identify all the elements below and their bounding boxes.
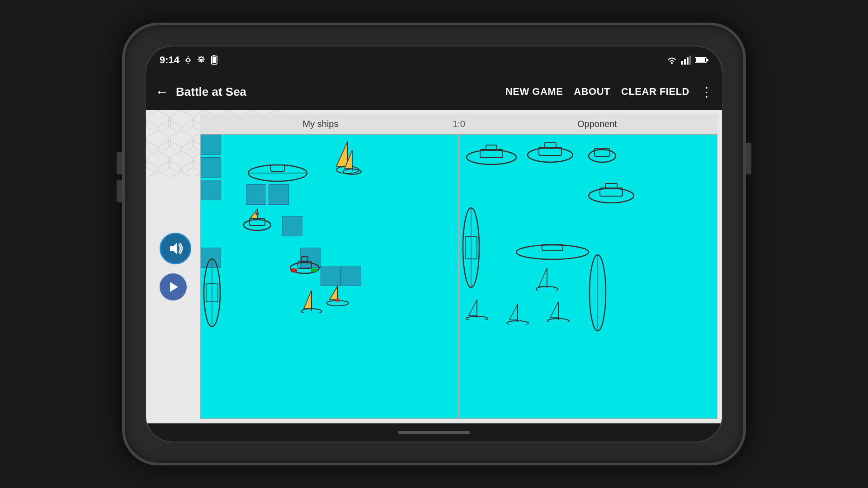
board-header: My ships 1:0 Opponent bbox=[200, 114, 717, 134]
svg-rect-20 bbox=[271, 165, 284, 171]
volume-buttons bbox=[117, 152, 122, 202]
opp-ship-3 bbox=[586, 180, 636, 205]
opponent-board[interactable] bbox=[459, 134, 717, 419]
sound-button[interactable] bbox=[160, 233, 191, 264]
ship-submarine-1 bbox=[246, 157, 309, 184]
hit-marker bbox=[341, 266, 361, 286]
my-ships-label: My ships bbox=[200, 119, 441, 129]
screen-content: 9:14 bbox=[146, 47, 722, 441]
svg-marker-25 bbox=[344, 150, 352, 169]
svg-rect-6 bbox=[681, 61, 683, 65]
left-controls bbox=[160, 233, 191, 300]
ship-sailboat-2 bbox=[341, 148, 363, 175]
svg-marker-75 bbox=[550, 302, 558, 318]
opp-ship-vertical bbox=[460, 205, 482, 291]
svg-rect-7 bbox=[684, 59, 686, 65]
hit-marker bbox=[201, 135, 221, 155]
hit-marker bbox=[201, 157, 221, 178]
opp-sailboat-3 bbox=[505, 302, 530, 324]
app-title: Battle at Sea bbox=[176, 85, 246, 99]
boards-container bbox=[200, 134, 717, 419]
svg-rect-8 bbox=[687, 57, 689, 65]
power-button[interactable] bbox=[746, 143, 751, 174]
svg-rect-3 bbox=[212, 57, 216, 63]
phone-device: 9:14 bbox=[122, 23, 746, 465]
bottom-bar bbox=[146, 423, 722, 441]
svg-rect-9 bbox=[689, 56, 691, 65]
signal-icon bbox=[681, 56, 691, 65]
hit-marker bbox=[246, 184, 266, 205]
svg-marker-64 bbox=[539, 268, 547, 286]
settings-status-icon bbox=[197, 56, 206, 65]
svg-marker-69 bbox=[469, 300, 477, 315]
status-time: 9:14 bbox=[160, 54, 218, 66]
hit-marker bbox=[201, 180, 221, 200]
opp-sailboat-2 bbox=[464, 297, 489, 320]
svg-point-40 bbox=[255, 212, 259, 216]
new-game-button[interactable]: NEW GAME bbox=[505, 86, 563, 98]
clear-field-button[interactable]: CLEAR FIELD bbox=[621, 86, 689, 98]
my-ships-board[interactable] bbox=[200, 134, 458, 419]
vol-up-button[interactable] bbox=[117, 152, 122, 174]
app-bar-actions: NEW GAME ABOUT CLEAR FIELD ⋮ bbox=[505, 84, 713, 99]
svg-rect-11 bbox=[696, 58, 705, 62]
ship-sailboat-3 bbox=[300, 288, 323, 313]
play-button[interactable] bbox=[160, 273, 187, 300]
score-display: 1:0 bbox=[441, 119, 477, 129]
app-bar: ← Battle at Sea NEW GAME ABOUT CLEAR FIE… bbox=[146, 74, 722, 110]
opp-submarine bbox=[514, 236, 591, 261]
opp-ship-small-1 bbox=[586, 141, 618, 164]
time-display: 9:14 bbox=[160, 54, 179, 66]
svg-marker-44 bbox=[330, 286, 338, 300]
svg-marker-18 bbox=[170, 282, 178, 292]
status-icons-right bbox=[666, 56, 708, 65]
wifi-icon bbox=[666, 56, 678, 65]
svg-rect-12 bbox=[707, 59, 708, 61]
opponent-label: Opponent bbox=[477, 119, 717, 129]
svg-marker-17 bbox=[170, 243, 177, 254]
svg-rect-31 bbox=[291, 269, 297, 272]
data-icon bbox=[184, 55, 192, 65]
about-button[interactable]: ABOUT bbox=[574, 86, 610, 98]
vol-down-button[interactable] bbox=[117, 180, 122, 202]
sound-icon bbox=[167, 240, 184, 257]
svg-point-47 bbox=[336, 298, 340, 302]
opp-ship-2 bbox=[525, 139, 575, 164]
play-icon bbox=[166, 280, 180, 294]
phone-screen: 9:14 bbox=[145, 45, 723, 443]
ship-with-cabin bbox=[289, 250, 321, 275]
svg-marker-72 bbox=[509, 304, 518, 320]
battery-full-icon bbox=[695, 56, 708, 64]
ship-flag-1 bbox=[325, 284, 350, 306]
status-bar: 9:14 bbox=[146, 47, 722, 74]
ship-tug bbox=[241, 207, 273, 232]
opp-ship-1 bbox=[464, 141, 519, 166]
svg-rect-32 bbox=[311, 269, 317, 272]
opp-sailboat-4 bbox=[546, 300, 571, 322]
svg-point-62 bbox=[516, 245, 589, 259]
ship-vertical-1 bbox=[201, 257, 223, 329]
hit-marker bbox=[269, 184, 289, 205]
svg-rect-4 bbox=[213, 55, 215, 56]
game-area: My ships 1:0 Opponent bbox=[146, 110, 722, 423]
opp-sailboat-1 bbox=[534, 266, 559, 291]
game-board: My ships 1:0 Opponent bbox=[200, 114, 717, 419]
home-indicator[interactable] bbox=[398, 431, 470, 434]
back-button[interactable]: ← bbox=[155, 84, 169, 99]
svg-point-5 bbox=[671, 62, 673, 64]
more-options-button[interactable]: ⋮ bbox=[700, 84, 713, 99]
svg-point-0 bbox=[186, 58, 190, 62]
battery-status-icon bbox=[210, 55, 218, 65]
svg-marker-41 bbox=[304, 291, 311, 309]
hit-marker bbox=[282, 216, 302, 236]
hit-marker bbox=[321, 266, 341, 286]
opp-ship-vertical-2 bbox=[586, 252, 609, 333]
